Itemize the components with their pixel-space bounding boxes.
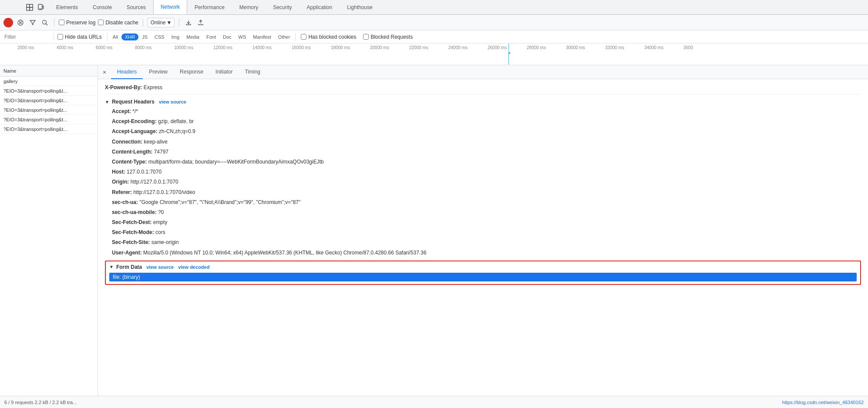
filter-toggle-button[interactable] <box>28 18 37 27</box>
export-har-button[interactable] <box>196 18 205 27</box>
svg-rect-2 <box>27 7 30 10</box>
timeline-label-1: 2000 ms <box>17 45 57 50</box>
has-blocked-cookies-input[interactable] <box>301 34 306 40</box>
timeline-label-18: 3600 <box>683 45 723 50</box>
timeline-label-7: 14000 ms <box>252 45 292 50</box>
filter-bar: Hide data URLs All XHR JS CSS Img Media … <box>0 30 868 43</box>
filter-img-button[interactable]: Img <box>168 33 183 40</box>
timeline-label-9: 18000 ms <box>331 45 370 50</box>
form-data-title-row: ▼ Form Data view source view decoded <box>109 264 857 270</box>
details-tab-preview[interactable]: Preview <box>143 65 174 79</box>
tab-memory[interactable]: Memory <box>232 0 266 14</box>
details-tab-headers[interactable]: Headers <box>111 65 143 79</box>
timeline: 2000 ms 4000 ms 6000 ms 8000 ms 10000 ms… <box>0 43 868 65</box>
tab-network[interactable]: Network <box>153 0 187 14</box>
timeline-labels: 2000 ms 4000 ms 6000 ms 8000 ms 10000 ms… <box>0 45 868 50</box>
filter-media-button[interactable]: Media <box>183 33 203 40</box>
form-data-file-row: file: (binary) <box>109 273 857 281</box>
filter-font-button[interactable]: Font <box>203 33 219 40</box>
status-right-url: https://blog.csdn.net/weixin_46340162 <box>782 400 864 405</box>
header-sec-fetch-dest: Sec-Fetch-Dest: empty <box>112 218 861 227</box>
import-har-button[interactable] <box>184 18 193 27</box>
record-button[interactable] <box>3 18 13 27</box>
timeline-marker <box>508 43 509 65</box>
tab-console[interactable]: Console <box>85 0 119 14</box>
filter-separator-2 <box>295 33 296 41</box>
timeline-label-8: 16000 ms <box>292 45 331 50</box>
header-sec-ch-ua-mobile: sec-ch-ua-mobile: ?0 <box>112 208 861 217</box>
timeline-label-13: 26000 ms <box>488 45 527 50</box>
svg-rect-3 <box>30 7 33 10</box>
request-list-header: Name <box>0 65 98 77</box>
hide-data-urls-checkbox[interactable]: Hide data URLs <box>54 34 105 40</box>
devtools-icons <box>22 0 49 14</box>
details-panel: × Headers Preview Response Initiator Tim… <box>98 65 868 396</box>
svg-rect-5 <box>43 6 44 9</box>
details-tab-timing[interactable]: Timing <box>239 65 266 79</box>
filter-js-button[interactable]: JS <box>138 33 151 40</box>
request-headers-triangle[interactable]: ▼ <box>105 100 109 104</box>
headers-list: Accept: */* Accept-Encoding: gzip, defla… <box>105 107 861 257</box>
blocked-requests-checkbox[interactable]: Blocked Requests <box>360 34 416 40</box>
details-tab-initiator[interactable]: Initiator <box>209 65 239 79</box>
request-headers-section: ▼ Request Headers view source <box>105 99 861 105</box>
has-blocked-cookies-checkbox[interactable]: Has blocked cookies <box>297 34 360 40</box>
preserve-log-input[interactable] <box>59 20 64 25</box>
clear-button[interactable] <box>16 18 25 27</box>
header-host: Host: 127.0.0.1:7070 <box>112 168 861 176</box>
list-item-polling-2[interactable]: ?EIO=3&transport=polling&t... <box>0 96 98 105</box>
view-source-link[interactable]: view source <box>159 99 186 104</box>
details-close-button[interactable]: × <box>100 67 109 77</box>
network-toolbar: Preserve log Disable cache Online ▼ <box>0 15 868 30</box>
tab-security[interactable]: Security <box>266 0 299 14</box>
filter-css-button[interactable]: CSS <box>151 33 168 40</box>
svg-point-11 <box>43 20 47 24</box>
timeline-label-2: 4000 ms <box>57 45 96 50</box>
filter-input[interactable] <box>2 33 54 41</box>
filter-xhr-button[interactable]: XHR <box>121 33 138 40</box>
inspect-icon[interactable] <box>24 2 35 13</box>
svg-rect-1 <box>30 4 33 7</box>
blocked-requests-input[interactable] <box>363 34 369 40</box>
tab-performance[interactable]: Performance <box>187 0 232 14</box>
request-list: Name gallery ?EIO=3&transport=polling&t.… <box>0 65 98 396</box>
filter-ws-button[interactable]: WS <box>235 33 250 40</box>
list-item-gallery[interactable]: gallery <box>0 77 98 86</box>
hide-data-urls-input[interactable] <box>57 34 63 40</box>
svg-line-12 <box>46 23 48 25</box>
filter-manifest-button[interactable]: Manifest <box>249 33 275 40</box>
timeline-label-12: 24000 ms <box>448 45 488 50</box>
tab-application[interactable]: Application <box>299 0 340 14</box>
filter-other-button[interactable]: Other <box>275 33 294 40</box>
form-data-triangle[interactable]: ▼ <box>109 264 114 269</box>
preserve-log-checkbox[interactable]: Preserve log <box>59 20 95 26</box>
search-button[interactable] <box>40 18 50 27</box>
header-content-type: Content-Type: multipart/form-data; bound… <box>112 158 861 166</box>
timeline-label-6: 12000 ms <box>213 45 252 50</box>
header-user-agent: User-Agent: Mozilla/5.0 (Windows NT 10.0… <box>112 249 861 257</box>
list-item-polling-5[interactable]: ?EIO=3&transport=polling&t... <box>0 124 98 134</box>
header-sec-fetch-site: Sec-Fetch-Site: same-origin <box>112 238 861 247</box>
details-tab-response[interactable]: Response <box>174 65 209 79</box>
timeline-label-14: 28000 ms <box>527 45 566 50</box>
tab-lighthouse[interactable]: Lighthouse <box>340 0 380 14</box>
header-referer: Referer: http://127.0.0.1:7070/video <box>112 188 861 197</box>
filter-doc-button[interactable]: Doc <box>219 33 235 40</box>
throttle-select[interactable]: Online ▼ <box>148 18 175 27</box>
disable-cache-input[interactable] <box>98 20 104 25</box>
list-item-polling-4[interactable]: ?EIO=3&transport=polling&t... <box>0 115 98 124</box>
header-sec-ch-ua: sec-ch-ua: "Google Chrome";v="87", "\"No… <box>112 198 861 207</box>
device-toolbar-icon[interactable] <box>36 2 46 13</box>
form-data-view-source-link[interactable]: view source <box>146 264 174 270</box>
disable-cache-checkbox[interactable]: Disable cache <box>98 20 138 26</box>
powered-by-row: X-Powered-By: Express <box>105 83 861 94</box>
tab-sources[interactable]: Sources <box>119 0 153 14</box>
list-item-polling-1[interactable]: ?EIO=3&transport=polling&t... <box>0 86 98 96</box>
list-item-polling-3[interactable]: ?EIO=3&transport=polling&t... <box>0 105 98 115</box>
status-left: 6 / 9 requests 2.2 kB / 2.2 kB tra... <box>4 400 77 405</box>
main-area: Name gallery ?EIO=3&transport=polling&t.… <box>0 65 868 396</box>
form-data-view-decoded-link[interactable]: view decoded <box>178 264 209 270</box>
filter-separator-1 <box>107 33 108 41</box>
tab-elements[interactable]: Elements <box>49 0 85 14</box>
filter-all-button[interactable]: All <box>109 33 121 40</box>
